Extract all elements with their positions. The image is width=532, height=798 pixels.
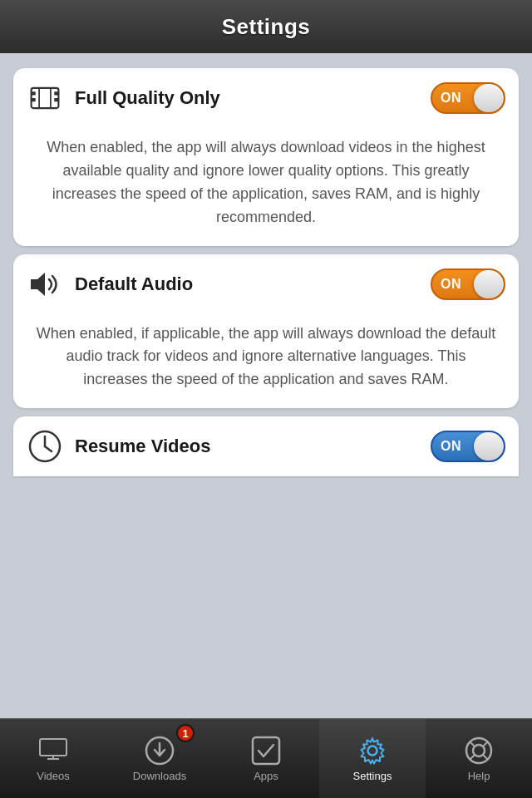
film-icon xyxy=(27,80,63,116)
gear-icon xyxy=(357,735,388,766)
default-audio-toggle-label: ON xyxy=(441,277,461,292)
tab-settings[interactable]: Settings xyxy=(319,719,426,798)
tab-help[interactable]: Help xyxy=(426,719,532,798)
svg-rect-3 xyxy=(54,91,58,95)
lifebuoy-icon xyxy=(463,735,495,766)
svg-line-23 xyxy=(483,755,488,760)
monitor-icon xyxy=(37,735,69,766)
resume-videos-row: Resume Videos ON xyxy=(27,416,505,476)
default-audio-toggle[interactable]: ON xyxy=(431,268,505,300)
clock-icon xyxy=(27,428,63,465)
tab-help-label: Help xyxy=(468,770,490,782)
default-audio-description: When enabled, if applicable, the app wil… xyxy=(27,314,505,409)
full-quality-left: Full Quality Only xyxy=(27,80,220,116)
resume-videos-toggle[interactable]: ON xyxy=(431,431,505,462)
full-quality-label: Full Quality Only xyxy=(75,87,220,109)
svg-point-17 xyxy=(368,746,377,756)
full-quality-toggle[interactable]: ON xyxy=(431,82,505,114)
svg-rect-16 xyxy=(253,737,279,764)
tab-downloads-label: Downloads xyxy=(133,770,186,782)
svg-rect-1 xyxy=(32,91,36,95)
default-audio-row: Default Audio ON xyxy=(27,254,505,314)
tab-downloads[interactable]: 1 Downloads xyxy=(106,719,213,798)
default-audio-card: Default Audio ON When enabled, if applic… xyxy=(13,254,519,409)
svg-marker-7 xyxy=(31,273,45,296)
svg-rect-4 xyxy=(54,98,58,101)
tab-videos-label: Videos xyxy=(37,770,70,782)
tab-settings-label: Settings xyxy=(353,770,392,782)
full-quality-description: When enabled, the app will always downlo… xyxy=(27,128,505,246)
svg-rect-0 xyxy=(32,88,59,108)
tab-bar: Videos 1 Downloads Apps xyxy=(0,718,532,798)
resume-videos-card: Resume Videos ON xyxy=(13,416,519,476)
svg-rect-11 xyxy=(40,739,66,756)
svg-rect-2 xyxy=(32,98,36,101)
content-area: Full Quality Only ON When enabled, the a… xyxy=(0,53,532,718)
full-quality-card: Full Quality Only ON When enabled, the a… xyxy=(13,68,519,246)
default-audio-toggle-thumb xyxy=(474,270,504,298)
downloads-badge: 1 xyxy=(176,724,195,742)
svg-line-20 xyxy=(470,741,475,746)
default-audio-label: Default Audio xyxy=(75,273,193,295)
header: Settings xyxy=(0,0,532,53)
svg-point-19 xyxy=(473,745,485,756)
resume-videos-label: Resume Videos xyxy=(75,436,210,457)
download-icon xyxy=(144,735,175,766)
tab-apps-label: Apps xyxy=(254,770,278,782)
svg-line-21 xyxy=(483,741,488,746)
tab-apps[interactable]: Apps xyxy=(213,719,319,798)
resume-videos-toggle-label: ON xyxy=(441,439,461,454)
full-quality-toggle-thumb xyxy=(474,84,504,112)
svg-line-10 xyxy=(45,446,52,451)
svg-line-22 xyxy=(470,755,475,760)
full-quality-row: Full Quality Only ON xyxy=(27,68,505,128)
resume-videos-toggle-thumb xyxy=(474,432,504,461)
resume-videos-left: Resume Videos xyxy=(27,428,210,465)
audio-icon xyxy=(27,266,63,303)
full-quality-toggle-label: ON xyxy=(441,91,461,106)
checkmark-icon xyxy=(250,735,282,766)
page-title: Settings xyxy=(222,14,311,40)
tab-videos[interactable]: Videos xyxy=(0,719,106,798)
default-audio-left: Default Audio xyxy=(27,266,193,303)
